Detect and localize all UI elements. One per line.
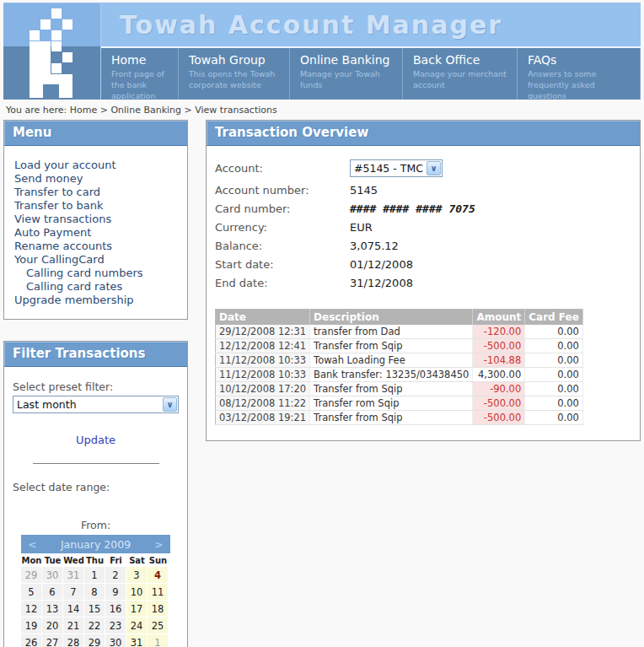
field-account: Account:#5145 - TMC∨ — [215, 159, 630, 177]
cell-description: Transfer from Sqip — [310, 382, 473, 396]
calendar-day[interactable]: 6 — [42, 584, 63, 601]
preset-filter-select[interactable]: Last month ∨ — [13, 396, 179, 413]
field-end-date-label: End date: — [215, 277, 350, 289]
calendar-day[interactable]: 2 — [105, 567, 126, 584]
overview-panel-title: Transaction Overview — [207, 121, 640, 146]
nav-item-faqs[interactable]: FAQsAnswers to some frequently asked que… — [518, 48, 641, 100]
calendar-day[interactable]: 9 — [105, 584, 126, 601]
breadcrumb-text: You are here: Home > Online Banking > Vi… — [6, 105, 277, 116]
menu-item-your-callingcard[interactable]: Your CallingCard — [14, 253, 182, 267]
calendar-grid: 2930311234567891011121314151617181920212… — [21, 567, 170, 647]
calendar-day[interactable]: 28 — [63, 634, 84, 647]
calendar-day[interactable]: 10 — [126, 584, 148, 601]
cell-amount: -500.00 — [473, 396, 525, 411]
calendar-day[interactable]: 3 — [126, 567, 148, 584]
field-balance-value: 3,075.12 — [350, 240, 399, 252]
calendar-day[interactable]: 30 — [105, 634, 126, 647]
calendar-day[interactable]: 26 — [21, 634, 42, 647]
calendar-day[interactable]: 29 — [21, 567, 42, 584]
calendar-day[interactable]: 25 — [148, 617, 169, 634]
calendar-day[interactable]: 27 — [42, 634, 63, 647]
calendar-day[interactable]: 8 — [84, 584, 105, 601]
calendar-day[interactable]: 20 — [42, 617, 63, 634]
date-range-label: Select date range: — [13, 481, 179, 493]
menu-item-calling-card-numbers[interactable]: Calling card numbers — [14, 267, 182, 280]
from-label: From: — [13, 519, 179, 531]
calendar-day[interactable]: 11 — [148, 584, 169, 601]
calendar-day[interactable]: 22 — [84, 617, 105, 634]
menu-item-view-transactions[interactable]: View transactions — [14, 213, 182, 226]
calendar-month-label: January 2009 — [61, 538, 131, 551]
nav-item-desc: This opens the Towah corporate website — [189, 69, 284, 91]
filter-panel: Filter Transactions Select preset filter… — [3, 341, 188, 647]
nav-item-desc: Answers to some frequently asked questio… — [528, 69, 635, 101]
calendar-day[interactable]: 1 — [84, 567, 105, 584]
breadcrumb: You are here: Home > Online Banking > Vi… — [3, 100, 641, 120]
menu-item-rename-accounts[interactable]: Rename accounts — [14, 240, 182, 253]
menu-item-send-money[interactable]: Send money — [14, 172, 182, 186]
menu-item-upgrade-membership[interactable]: Upgrade membership — [14, 294, 182, 307]
nav-item-back-office[interactable]: Back OfficeManage your merchant account — [403, 48, 518, 100]
column-header-amount: Amount — [473, 310, 525, 326]
field-account-label: Account: — [215, 162, 350, 175]
menu-item-transfer-to-bank[interactable]: Transfer to bank — [14, 199, 182, 213]
field-currency-value: EUR — [350, 221, 373, 234]
calendar-prev-button[interactable]: < — [28, 538, 37, 551]
calendar-day[interactable]: 14 — [63, 601, 84, 617]
calendar-dayname-fri: Fri — [105, 553, 126, 567]
calendar-next-button[interactable]: > — [154, 538, 164, 551]
cell-amount: -120.00 — [473, 325, 525, 339]
menu-item-transfer-to-card[interactable]: Transfer to card — [14, 186, 182, 199]
nav-item-label: Home — [111, 53, 173, 67]
calendar-day[interactable]: 13 — [42, 601, 63, 617]
page: Towah Account Manager HomeFront page of … — [0, 0, 644, 647]
left-column: Menu Load your accountSend moneyTransfer… — [3, 120, 188, 647]
column-header-date: Date — [216, 310, 310, 326]
calendar-day[interactable]: 24 — [126, 617, 148, 634]
cell-date: 12/12/2008 12:41 — [216, 339, 310, 353]
calendar-day[interactable]: 17 — [126, 601, 148, 617]
calendar-day[interactable]: 29 — [84, 634, 105, 647]
update-button[interactable]: Update — [13, 434, 179, 446]
cell-card-fee: 0.00 — [525, 411, 583, 425]
field-account-number-value: 5145 — [350, 184, 378, 197]
calendar-day[interactable]: 21 — [63, 617, 84, 634]
calendar-day[interactable]: 15 — [84, 601, 105, 617]
nav-item-home[interactable]: HomeFront page of the bank application — [101, 48, 179, 100]
calendar-day[interactable]: 1 — [148, 634, 169, 647]
nav-item-towah-group[interactable]: Towah GroupThis opens the Towah corporat… — [179, 48, 290, 100]
menu-item-load-your-account[interactable]: Load your account — [14, 159, 182, 172]
calendar-day[interactable]: 19 — [21, 617, 42, 634]
calendar-day[interactable]: 23 — [105, 617, 126, 634]
cell-description: Transfer rom Sqip — [310, 396, 473, 411]
title-band: Towah Account Manager — [101, 3, 641, 46]
filter-panel-title: Filter Transactions — [4, 342, 187, 367]
table-row: 11/12/2008 10:33Bank transfer: 13235/034… — [216, 368, 583, 382]
calendar-day[interactable]: 31 — [126, 634, 148, 647]
chevron-down-icon[interactable]: ∨ — [427, 161, 441, 175]
calendar-day[interactable]: 18 — [148, 601, 169, 617]
calendar-dayname-tue: Tue — [42, 553, 63, 567]
calendar-day[interactable]: 7 — [63, 584, 84, 601]
menu-item-auto-payment[interactable]: Auto Payment — [14, 226, 182, 240]
chevron-down-icon[interactable]: ∨ — [163, 397, 177, 412]
menu-panel-title: Menu — [4, 121, 187, 146]
calendar-day[interactable]: 16 — [105, 601, 126, 617]
header-right: Towah Account Manager HomeFront page of … — [101, 3, 641, 100]
cell-card-fee: 0.00 — [525, 396, 583, 411]
nav-item-label: Online Banking — [300, 53, 397, 67]
nav-item-online-banking[interactable]: Online BankingManage your Towah funds — [290, 48, 403, 100]
calendar-day[interactable]: 30 — [42, 567, 63, 584]
cell-amount: -500.00 — [473, 411, 525, 425]
calendar-day-names: MonTueWedThuFriSatSun — [21, 553, 170, 567]
calendar-day[interactable]: 5 — [21, 584, 42, 601]
menu-item-calling-card-rates[interactable]: Calling card rates — [14, 280, 182, 294]
account-select[interactable]: #5145 - TMC∨ — [350, 159, 443, 177]
calendar-day[interactable]: 12 — [21, 601, 42, 617]
field-start-date-label: Start date: — [215, 258, 350, 271]
calendar-dayname-mon: Mon — [21, 553, 42, 567]
field-start-date-value: 01/12/2008 — [350, 258, 413, 271]
nav-item-label: Back Office — [413, 53, 512, 67]
calendar-day[interactable]: 31 — [63, 567, 84, 584]
calendar-day-selected[interactable]: 4 — [148, 567, 169, 584]
